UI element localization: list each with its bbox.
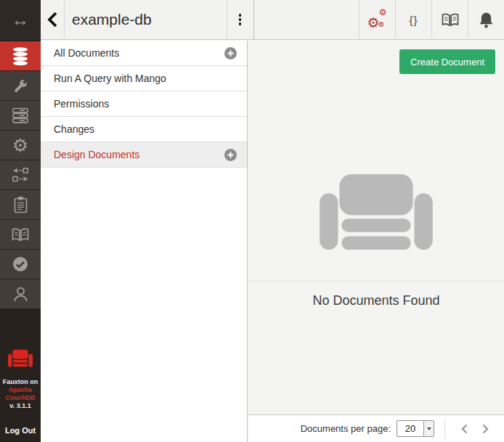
database-options-menu[interactable] [227,0,254,40]
topbar: example-db ⚙⚙⚙ {} [41,0,504,40]
sidebar-item-verify[interactable] [0,250,41,279]
user-icon [12,286,29,303]
documents-main-panel: Create Document No Documents Found Docum… [248,41,504,442]
nav-item-all-documents[interactable]: All Documents [41,41,247,66]
nav-item-label: All Documents [54,47,224,59]
sidebar-item-configuration[interactable]: ⚙ [0,131,41,160]
fauxton-credit: Fauxton on Apache CouchDB [0,378,41,402]
gears-icon: ⚙⚙⚙ [368,10,387,29]
replication-icon [12,168,29,182]
sidebar-item-active-tasks[interactable] [0,190,41,219]
chevron-left-icon [460,423,470,435]
sidebar-footer: Fauxton on Apache CouchDB v. 3.1.1 Log O… [0,349,41,442]
back-button[interactable] [41,0,65,40]
check-circle-icon [12,255,29,273]
sidebar-item-databases[interactable] [0,41,41,70]
credit-line: Fauxton on [0,378,41,386]
primary-sidebar: ↔ [0,0,41,442]
version-label: v. 3.1.1 [0,402,41,410]
gear-icon: ⚙ [12,136,28,155]
open-book-icon [11,227,30,242]
nav-item-label: Changes [54,123,237,135]
nav-item-permissions[interactable]: Permissions [41,91,247,117]
page-title: example-db [65,11,152,28]
fauxton-logo [8,349,33,371]
credit-couchdb: CouchDB [0,394,41,402]
empty-state-message: No Documents Found [248,293,504,308]
sidebar-item-account[interactable] [0,279,41,308]
nav-item-label: Permissions [54,98,237,110]
resize-arrows-icon: ↔ [12,11,30,29]
documentation-button[interactable] [431,0,468,40]
database-nav-panel: All Documents Run A Query with Mango Per… [41,41,248,442]
kebab-icon [239,14,242,25]
json-api-button[interactable]: {} [395,0,431,40]
clipboard-icon [13,196,28,214]
nav-item-changes[interactable]: Changes [41,117,247,142]
logout-button[interactable]: Log Out [0,426,41,442]
previous-page-button[interactable] [457,421,473,437]
empty-state: No Documents Found [248,41,504,308]
divider [444,420,445,438]
select-caret-icon [423,421,434,436]
chevron-right-icon [480,423,490,435]
sidebar-collapse-button[interactable]: ↔ [0,0,41,40]
nav-item-design-documents[interactable]: Design Documents [41,142,247,168]
sidebar-tiles: ⚙ [0,41,41,308]
notifications-button[interactable] [468,0,504,40]
credit-apache: Apache [0,386,41,394]
sidebar-item-databases-list[interactable] [0,101,41,130]
per-page-label: Documents per page: [301,423,391,434]
wrench-icon [12,78,29,94]
back-chevron-icon [46,11,59,28]
add-design-document-icon[interactable] [224,149,237,161]
nav-item-label: Design Documents [54,149,224,160]
nav-item-label: Run A Query with Mango [54,73,237,84]
fauxton-app: ↔ [0,0,504,442]
json-brackets-icon: {} [409,14,418,26]
per-page-value: 20 [397,421,423,436]
server-list-icon [12,107,29,124]
per-page-select[interactable]: 20 [397,420,434,437]
next-page-button[interactable] [477,421,493,437]
sidebar-item-documentation[interactable] [0,220,41,249]
bell-icon [479,12,494,28]
docs-book-icon [441,12,460,28]
database-icon [11,46,30,65]
sidebar-item-replication[interactable] [0,160,41,189]
pagination-footer: Documents per page: 20 [248,414,504,442]
couch-icon [320,174,433,255]
sidebar-item-setup[interactable] [0,71,41,100]
add-document-icon[interactable] [224,47,237,60]
divider [248,281,504,282]
nav-item-mango-query[interactable]: Run A Query with Mango [41,66,247,91]
settings-gears-button[interactable]: ⚙⚙⚙ [359,0,395,40]
